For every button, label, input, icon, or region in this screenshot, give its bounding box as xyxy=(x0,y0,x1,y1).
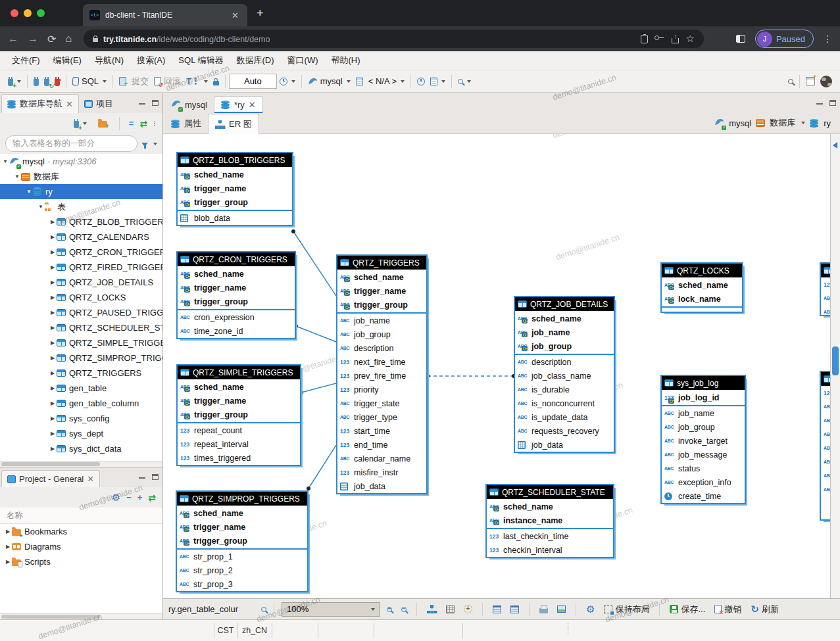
entity-column-next_fire_time[interactable]: 123next_fire_time xyxy=(337,355,426,369)
tree-expand-icon[interactable]: ▶ xyxy=(4,544,12,550)
entity-column-time_zone_id[interactable]: ABCtime_zone_id xyxy=(178,324,295,338)
filter-icon[interactable] xyxy=(141,143,148,147)
entity-column[interactable]: 123 xyxy=(821,277,830,291)
tree-expand-icon[interactable]: ▶ xyxy=(49,370,57,376)
entity-column-times_triggered[interactable]: 123times_triggered xyxy=(178,451,300,465)
entity-header[interactable]: QRTZ_TRIGGERS xyxy=(337,256,426,270)
maximize-window-button[interactable] xyxy=(37,9,45,17)
tree-table-qrtz_job_details[interactable]: ▶QRTZ_JOB_DETAILS xyxy=(0,275,162,290)
tree-expand-icon[interactable]: ▶ xyxy=(49,385,57,391)
forward-icon[interactable]: → xyxy=(28,33,38,45)
dashboard-button[interactable] xyxy=(414,76,428,87)
entity-column-job_message[interactable]: ABCjob_message xyxy=(662,448,745,462)
tree-expand-icon[interactable]: ▼ xyxy=(1,158,9,164)
entity-column-invoke_target[interactable]: ABCinvoke_target xyxy=(662,434,745,448)
expand-all-icon[interactable]: + xyxy=(137,492,143,502)
entity-column-checkin_interval[interactable]: 123checkin_interval xyxy=(487,543,613,557)
address-bar[interactable]: try.titanide.cn/ide/web/coding/db-client… xyxy=(84,30,704,48)
schema-selector[interactable]: < N/A > xyxy=(366,74,407,88)
restore-panel-arrow-icon[interactable] xyxy=(833,142,837,149)
entity-column-sched_name[interactable]: ABCsched_name xyxy=(178,380,300,394)
minimize-panel-icon[interactable] xyxy=(139,477,145,479)
tree-expand-icon[interactable]: ▶ xyxy=(49,415,57,421)
entity-column-calendar_name[interactable]: ABCcalendar_name xyxy=(337,452,426,465)
collapse-all-icon[interactable]: − xyxy=(126,492,132,502)
tree-expand-icon[interactable]: ▼ xyxy=(25,189,33,195)
entity-column-job_name[interactable]: ABCjob_name xyxy=(515,325,614,339)
entity-header[interactable]: QRTZ_JOB_DETAILS xyxy=(515,297,614,311)
tree-table-qrtz_simprop_triggers[interactable]: ▶QRTZ_SIMPROP_TRIGGERS xyxy=(0,350,162,366)
tree-expand-icon[interactable]: ▶ xyxy=(4,559,12,565)
new-folder-button[interactable]: + xyxy=(95,117,110,130)
keep-layout-toggle[interactable]: 保持布局 xyxy=(601,602,652,617)
table-search-input[interactable]: 输入表格名称的一部分 xyxy=(5,135,137,152)
entity-column-job_name[interactable]: ABCjob_name xyxy=(662,406,745,420)
minimize-editor-icon[interactable] xyxy=(816,103,823,105)
zoom-out-button[interactable]: − xyxy=(399,605,409,614)
menu-item-4[interactable]: SQL 编辑器 xyxy=(172,52,230,69)
diagram-settings-button[interactable]: ⚙ xyxy=(583,602,597,616)
menu-item-3[interactable]: 搜索(A) xyxy=(130,52,172,69)
entity-column-job_data[interactable]: job_data xyxy=(515,438,614,452)
close-tab-icon[interactable]: ✕ xyxy=(230,11,241,20)
rollback-button[interactable]: ↺回滚 xyxy=(151,74,184,89)
entity-column-repeat_count[interactable]: 123repeat_count xyxy=(178,423,300,437)
entity-header[interactable]: QRTZ_SIMPROP_TRIGGERS xyxy=(177,492,307,506)
project-item-scripts[interactable]: ▶Scripts xyxy=(0,554,162,569)
entity-column[interactable]: ABC xyxy=(821,483,830,496)
maximize-panel-icon[interactable] xyxy=(152,100,159,106)
breadcrumb-connection[interactable]: mysql xyxy=(729,118,751,128)
entity-column-end_time[interactable]: 123end_time xyxy=(337,438,426,452)
collapse-all-icon[interactable]: = xyxy=(129,118,134,128)
entity-column-prev_fire_time[interactable]: 123prev_fire_time xyxy=(337,369,426,383)
fit-window-button[interactable] xyxy=(461,603,475,615)
entity-column-requests_recovery[interactable]: ABCrequests_recovery xyxy=(515,424,614,438)
tree-tables-folder[interactable]: ▼表 xyxy=(0,199,162,214)
entity-column-trigger_group[interactable]: ABCtrigger_group xyxy=(178,295,295,308)
entity-header[interactable]: QRTZ_SIMPLE_TRIGGERS xyxy=(178,366,300,379)
breadcrumb-database[interactable]: 数据库 xyxy=(770,117,795,129)
er-entity-qrtz_cron_triggers[interactable]: QRTZ_CRON_TRIGGERSABCsched_nameABCtrigge… xyxy=(176,251,296,339)
entity-column-create_time[interactable]: create_time xyxy=(662,489,745,503)
right-scroll-strip[interactable] xyxy=(830,134,840,598)
entity-column-last_checkin_time[interactable]: 123last_checkin_time xyxy=(487,529,613,543)
tree-schema-ry[interactable]: ▼ry xyxy=(0,184,162,199)
export-image-button[interactable] xyxy=(555,604,568,615)
entity-column-job_group[interactable]: ABCjob_group xyxy=(515,339,614,353)
entity-column-instance_name[interactable]: ABCinstance_name xyxy=(487,513,613,527)
entity-column-str_prop_3[interactable]: ABCstr_prop_3 xyxy=(177,577,307,591)
entity-header[interactable]: QRTZ_BLOB_TRIGGERS xyxy=(178,153,292,167)
side-panel-icon[interactable] xyxy=(736,35,745,43)
tree-expand-icon[interactable]: ▶ xyxy=(49,310,57,316)
entity-column-job_class_name[interactable]: ABCjob_class_name xyxy=(515,369,614,383)
tree-expand-icon[interactable]: ▶ xyxy=(49,249,57,255)
tree-table-qrtz_triggers[interactable]: ▶QRTZ_TRIGGERS xyxy=(0,366,162,381)
account-button[interactable] xyxy=(818,74,835,89)
connection-selector[interactable]: mysql xyxy=(305,74,353,88)
entity-column-trigger_name[interactable]: ABCtrigger_name xyxy=(178,281,295,295)
tree-table-sys_dept[interactable]: ▶sys_dept xyxy=(0,426,162,441)
diagram-search-icon[interactable] xyxy=(261,607,266,612)
tree-expand-icon[interactable]: ▶ xyxy=(4,529,12,534)
refresh-button[interactable]: ↻刷新 xyxy=(748,602,781,617)
view-menu-icon[interactable]: ⁝ xyxy=(153,119,156,128)
new-connection-button[interactable] xyxy=(5,75,24,88)
menu-item-2[interactable]: 导航(N) xyxy=(88,52,130,69)
entity-column-job_data[interactable]: job_data xyxy=(337,479,426,493)
entity-column-status[interactable]: ABCstatus xyxy=(662,462,745,475)
tree-connection-mysql[interactable]: ▼✓mysql - mysql:3306 xyxy=(0,154,162,169)
entity-column-job_group[interactable]: ABCjob_group xyxy=(662,420,745,434)
tree-table-qrtz_fired_triggers[interactable]: ▶QRTZ_FIRED_TRIGGERS xyxy=(0,260,162,275)
entity-header[interactable]: QRTZ_CRON_TRIGGERS xyxy=(178,252,295,266)
tree-table-qrtz_simple_triggers[interactable]: ▶QRTZ_SIMPLE_TRIGGERS xyxy=(0,335,162,350)
statusbar-drag-dots[interactable]: ⋮⋮ xyxy=(564,624,572,633)
entity-column[interactable]: ABC xyxy=(821,305,830,316)
entity-column-str_prop_2[interactable]: ABCstr_prop_2 xyxy=(177,563,307,577)
tab-project-general[interactable]: Project - General✕ xyxy=(1,470,100,487)
minimize-panel-icon[interactable] xyxy=(139,103,145,105)
entity-column[interactable]: ABC xyxy=(821,427,830,441)
save-diagram-button[interactable]: 保存... xyxy=(667,602,708,617)
show-attributes-button[interactable] xyxy=(490,604,504,615)
entity-column-trigger_type[interactable]: ABCtrigger_type xyxy=(337,410,426,424)
tree-table-qrtz_locks[interactable]: ▶QRTZ_LOCKS xyxy=(0,290,162,305)
